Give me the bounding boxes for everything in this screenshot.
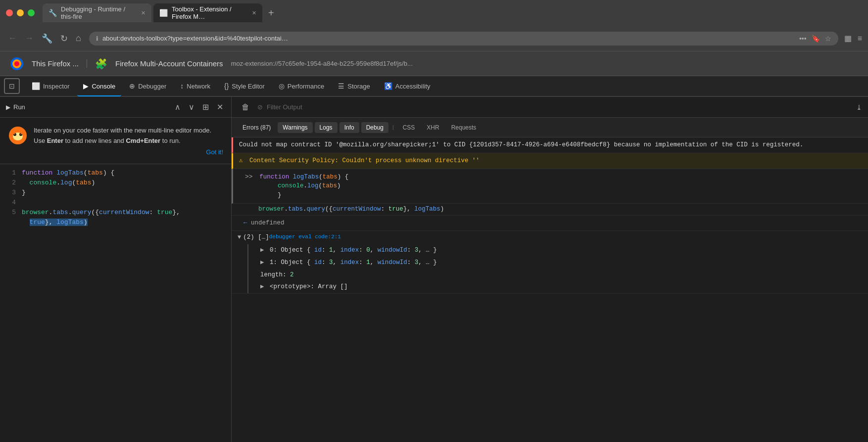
wrap-button[interactable]: ⊞ — [200, 100, 211, 114]
performance-tab[interactable]: ◎ Performance — [273, 76, 330, 96]
debugger-icon: ⊕ — [129, 82, 135, 90]
bookmark-icon[interactable]: 🔖 — [812, 35, 820, 43]
warn-icon: ⚠ — [239, 157, 243, 164]
code-editor[interactable]: 1 function logTabs(tabs) { 2 console.log… — [0, 164, 231, 442]
element-picker-button[interactable]: ⊡ — [4, 78, 20, 94]
extension-name: Firefox Multi-Account Containers — [115, 59, 223, 68]
console-label: Console — [92, 83, 115, 90]
console-output: Could not map contract ID '@mozilla.org/… — [232, 137, 868, 442]
expand-arrow-1: ▶ — [260, 259, 264, 266]
tree-expand-arrow[interactable]: ▼ — [238, 233, 241, 242]
filter-tab-css[interactable]: CSS — [398, 122, 420, 133]
filter-icon: ⊘ — [257, 103, 263, 111]
filter-tab-errors[interactable]: Errors (87) — [238, 122, 276, 133]
filter-tab-xhr[interactable]: XHR — [422, 122, 444, 133]
back-button[interactable]: ← — [6, 31, 19, 45]
devtools-toolbar: ⊡ ⬜ Inspector ▶ Console ⊕ Debugger ↕ Net… — [0, 76, 868, 97]
inspector-label: Inspector — [43, 83, 69, 90]
filter-placeholder: Filter Output — [267, 103, 302, 111]
browser-tab-2[interactable]: ⬜ Toolbox - Extension / Firefox M… ✕ — [153, 3, 262, 22]
network-tab[interactable]: ↕ Network — [174, 76, 216, 96]
console-output-toolbar: 🗑 ⊘ Filter Output ⤓ — [232, 97, 868, 118]
forward-button[interactable]: → — [23, 31, 36, 45]
filter-input-container[interactable]: ⊘ Filter Output — [257, 103, 852, 111]
debugger-ref[interactable]: debugger eval code:2:1 — [269, 233, 341, 241]
left-panel: ▶ Run ∧ ∨ ⊞ ✕ — [0, 97, 232, 442]
run-button[interactable]: ▶ Run — [6, 103, 25, 111]
notification-text2: to add new lines and — [63, 137, 126, 144]
accessibility-icon: ♿ — [384, 82, 392, 90]
accessibility-tab[interactable]: ♿ Accessibility — [378, 76, 436, 96]
star-icon[interactable]: ☆ — [825, 35, 831, 43]
tab2-close[interactable]: ✕ — [252, 10, 256, 16]
nav-buttons: ← → 🔧 ↻ ⌂ — [6, 31, 83, 46]
undefined-value: undefined — [251, 220, 285, 226]
tree-item-prototype[interactable]: ▶ <prototype>: Array [] — [248, 281, 868, 293]
run-label: Run — [13, 103, 25, 111]
url-more-icon[interactable]: ••• — [799, 35, 807, 43]
code-line-5: 5 browser.tabs.query({currentWindow: tru… — [0, 208, 231, 218]
tools-button[interactable]: 🔧 — [40, 31, 54, 46]
console-message-input-fn: >> function logTabs(tabs) { console.log(… — [232, 169, 868, 204]
svg-point-2 — [14, 61, 19, 66]
tree-item-length: length: 2 — [248, 269, 868, 281]
tree-content: ▶ 0: Object { id: 1, index: 0, windowId:… — [247, 244, 868, 293]
close-button[interactable] — [6, 9, 13, 16]
debugger-tab[interactable]: ⊕ Debugger — [123, 76, 172, 96]
browser-tabs: 🔧 Debugging - Runtime / this-fire ✕ ⬜ To… — [43, 3, 862, 22]
input-arrow-1: >> — [245, 173, 253, 180]
console-message-input-query: browser.tabs.query({currentWindow: true}… — [232, 204, 868, 216]
fox-notification-text: Iterate on your code faster with the new… — [34, 126, 223, 156]
notification-bold2: Cmd+Enter — [126, 137, 160, 144]
tree-item-0[interactable]: ▶ 0: Object { id: 1, index: 0, windowId:… — [248, 244, 868, 257]
history-up-button[interactable]: ∧ — [173, 100, 183, 114]
network-icon: ↕ — [180, 82, 184, 90]
filter-tab-info[interactable]: Info — [339, 122, 359, 133]
firefox-logo — [10, 57, 24, 71]
code-line-4: 4 — [0, 198, 231, 208]
tab1-close[interactable]: ✕ — [141, 10, 145, 16]
url-input-container[interactable]: ℹ about:devtools-toolbox?type=extension&… — [89, 32, 838, 45]
console-filter-tabs: Errors (87) Warnings Logs Info Debug | C… — [232, 118, 868, 137]
fox-notification: Iterate on your code faster with the new… — [0, 118, 231, 164]
tab1-icon: 🔧 — [48, 9, 57, 17]
clear-output-button[interactable]: 🗑 — [238, 101, 253, 114]
scroll-button[interactable]: ⤓ — [856, 103, 862, 111]
browser-tab-1[interactable]: 🔧 Debugging - Runtime / this-fire ✕ — [43, 3, 151, 22]
performance-icon: ◎ — [279, 82, 285, 90]
tree-item-1[interactable]: ▶ 1: Object { id: 3, index: 1, windowId:… — [248, 257, 868, 269]
minimize-button[interactable] — [17, 9, 24, 16]
reload-button[interactable]: ↻ — [58, 31, 70, 46]
tree-item-0-text: 0: Object { id: 1, index: 0, windowId: 3… — [270, 247, 437, 254]
filter-tab-requests[interactable]: Requests — [446, 122, 482, 133]
inspector-tab[interactable]: ⬜ Inspector — [26, 76, 75, 96]
filter-tab-debug[interactable]: Debug — [361, 122, 388, 133]
maximize-button[interactable] — [28, 9, 35, 16]
input-fn-text: function — [259, 174, 293, 180]
filter-tab-logs[interactable]: Logs — [315, 122, 338, 133]
storage-tab[interactable]: ☰ Storage — [332, 76, 376, 96]
debugger-label: Debugger — [138, 83, 166, 90]
storage-icon: ☰ — [338, 82, 344, 90]
length-text: length: 2 — [260, 271, 294, 278]
tab2-icon: ⬜ — [159, 9, 168, 17]
browser-actions: ▦ ≡ — [844, 34, 862, 43]
history-down-button[interactable]: ∨ — [187, 100, 196, 114]
console-message-undefined: ← undefined — [232, 216, 868, 231]
expand-arrow-proto: ▶ — [260, 283, 264, 290]
console-tab[interactable]: ▶ Console — [77, 77, 121, 96]
right-panel: 🗑 ⊘ Filter Output ⤓ Errors (87) Warnings… — [232, 97, 868, 442]
new-tab-button[interactable]: + — [264, 5, 278, 21]
filter-tab-warnings[interactable]: Warnings — [278, 122, 312, 133]
extensions-icon[interactable]: ▦ — [844, 34, 852, 43]
output-arrow: ← — [243, 220, 247, 226]
home-button[interactable]: ⌂ — [74, 31, 83, 45]
tree-item-1-text: 1: Object { id: 3, index: 1, windowId: 3… — [270, 259, 437, 266]
got-it-button[interactable]: Got it! — [34, 148, 223, 156]
menu-icon[interactable]: ≡ — [858, 34, 862, 43]
clear-button[interactable]: ✕ — [215, 100, 225, 114]
this-firefox-label: This Firefox ... — [32, 59, 87, 68]
style-editor-tab[interactable]: {} Style Editor — [218, 76, 271, 96]
console-message-error: Could not map contract ID '@mozilla.org/… — [232, 137, 868, 153]
code-line-3: 3 } — [0, 188, 231, 198]
